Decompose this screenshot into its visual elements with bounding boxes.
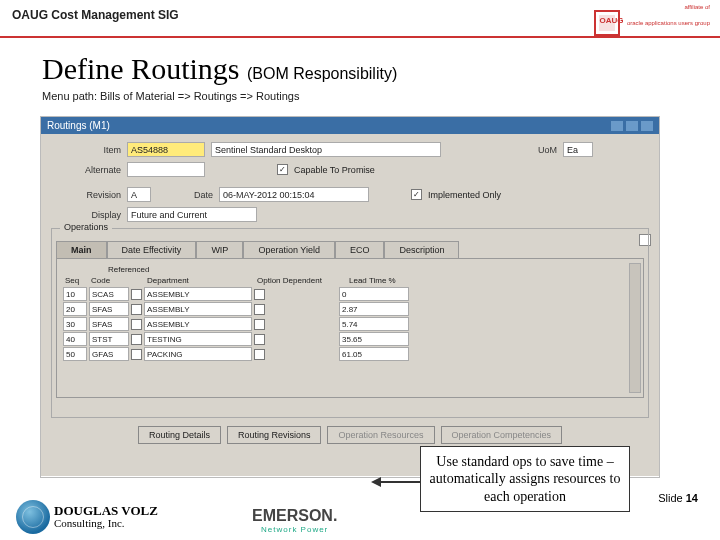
uom-label: UoM bbox=[447, 145, 557, 155]
table-row[interactable]: 10SCASASSEMBLY0 bbox=[63, 287, 637, 301]
emerson-sub: Network Power bbox=[252, 525, 337, 534]
ctp-label: Capable To Promise bbox=[294, 165, 375, 175]
oaug-logo-sub: oracle applications users group bbox=[627, 20, 710, 26]
cell-ref-checkbox[interactable] bbox=[131, 319, 142, 330]
impl-label: Implemented Only bbox=[428, 190, 501, 200]
slide-number: Slide 14 bbox=[658, 492, 698, 504]
maximize-icon[interactable] bbox=[626, 121, 638, 131]
op-competencies-button[interactable]: Operation Competencies bbox=[441, 426, 563, 444]
cell-code[interactable]: GFAS bbox=[89, 347, 129, 361]
tab-desc[interactable]: Description bbox=[384, 241, 459, 258]
callout-box: Use standard ops to save time – automati… bbox=[420, 446, 630, 513]
col-code: Code bbox=[89, 276, 129, 285]
sig-header: OAUG Cost Management SIG bbox=[12, 8, 179, 22]
cell-optdept-checkbox[interactable] bbox=[254, 349, 265, 360]
cell-optdept-checkbox[interactable] bbox=[254, 289, 265, 300]
cell-seq[interactable]: 50 bbox=[63, 347, 87, 361]
date-field[interactable]: 06-MAY-2012 00:15:04 bbox=[219, 187, 369, 202]
operations-section: Operations Main Date Effectivity WIP Ope… bbox=[51, 228, 649, 418]
cell-lead[interactable]: 35.65 bbox=[339, 332, 409, 346]
cell-lead[interactable]: 0 bbox=[339, 287, 409, 301]
grid-rows: 10SCASASSEMBLY020SFASASSEMBLY2.8730SFASA… bbox=[63, 287, 637, 361]
header-rule bbox=[0, 36, 720, 38]
cell-code[interactable]: SFAS bbox=[89, 302, 129, 316]
title-sub: (BOM Responsibility) bbox=[247, 65, 397, 82]
col-seq: Seq bbox=[63, 276, 87, 285]
window-title: Routings (M1) bbox=[47, 120, 110, 131]
cell-seq[interactable]: 20 bbox=[63, 302, 87, 316]
cell-seq[interactable]: 40 bbox=[63, 332, 87, 346]
alternate-field[interactable] bbox=[127, 162, 205, 177]
emerson-logo: EMERSON. Network Power bbox=[252, 507, 337, 534]
grid-scrollbar[interactable] bbox=[629, 263, 641, 393]
table-row[interactable]: 20SFASASSEMBLY2.87 bbox=[63, 302, 637, 316]
cell-optdept-checkbox[interactable] bbox=[254, 319, 265, 330]
item-desc-field[interactable]: Sentinel Standard Desktop bbox=[211, 142, 441, 157]
cell-dept[interactable]: ASSEMBLY bbox=[144, 317, 252, 331]
oaug-logo: affiliate of OAUG oracle applications us… bbox=[594, 4, 710, 36]
item-field[interactable]: AS54888 bbox=[127, 142, 205, 157]
window-titlebar[interactable]: Routings (M1) bbox=[41, 117, 659, 134]
uom-field[interactable]: Ea bbox=[563, 142, 593, 157]
op-resources-button[interactable]: Operation Resources bbox=[327, 426, 434, 444]
slide-title: Define Routings (BOM Responsibility) bbox=[42, 52, 397, 86]
item-label: Item bbox=[51, 145, 121, 155]
form-body: Item AS54888 Sentinel Standard Desktop U… bbox=[41, 134, 659, 476]
date-label: Date bbox=[157, 190, 213, 200]
cell-seq[interactable]: 10 bbox=[63, 287, 87, 301]
operations-legend: Operations bbox=[60, 222, 112, 232]
minimize-icon[interactable] bbox=[611, 121, 623, 131]
table-row[interactable]: 40STSTTESTING35.65 bbox=[63, 332, 637, 346]
close-icon[interactable] bbox=[641, 121, 653, 131]
revision-label: Revision bbox=[51, 190, 121, 200]
tab-eco[interactable]: ECO bbox=[335, 241, 385, 258]
ctp-checkbox[interactable]: ✓ bbox=[277, 164, 288, 175]
cell-dept[interactable]: PACKING bbox=[144, 347, 252, 361]
cell-lead[interactable]: 2.87 bbox=[339, 302, 409, 316]
title-main: Define Routings bbox=[42, 52, 239, 85]
cell-ref-checkbox[interactable] bbox=[131, 304, 142, 315]
display-label: Display bbox=[51, 210, 121, 220]
routing-details-button[interactable]: Routing Details bbox=[138, 426, 221, 444]
tab-main[interactable]: Main bbox=[56, 241, 107, 258]
cell-code[interactable]: SFAS bbox=[89, 317, 129, 331]
tab-wip[interactable]: WIP bbox=[196, 241, 243, 258]
grid-header: Seq Code Department Option Dependent Lea… bbox=[63, 276, 637, 285]
cell-optdept-checkbox[interactable] bbox=[254, 334, 265, 345]
impl-checkbox[interactable]: ✓ bbox=[411, 189, 422, 200]
globe-icon bbox=[16, 500, 50, 534]
cell-code[interactable]: STST bbox=[89, 332, 129, 346]
alternate-label: Alternate bbox=[51, 165, 121, 175]
tab-op-yield[interactable]: Operation Yield bbox=[243, 241, 335, 258]
cell-lead[interactable]: 61.05 bbox=[339, 347, 409, 361]
dvc-line2: Consulting, Inc. bbox=[54, 518, 158, 530]
cell-ref-checkbox[interactable] bbox=[131, 289, 142, 300]
slide-label: Slide bbox=[658, 492, 686, 504]
menu-path: Menu path: Bills of Material => Routings… bbox=[42, 90, 299, 102]
cell-dept[interactable]: TESTING bbox=[144, 332, 252, 346]
col-dept: Department bbox=[145, 276, 253, 285]
routings-window: Routings (M1) Item AS54888 Sentinel Stan… bbox=[40, 116, 660, 478]
table-row[interactable]: 50GFASPACKING61.05 bbox=[63, 347, 637, 361]
referenced-label: Referenced bbox=[108, 265, 637, 274]
cell-lead[interactable]: 5.74 bbox=[339, 317, 409, 331]
cell-code[interactable]: SCAS bbox=[89, 287, 129, 301]
tab-date-eff[interactable]: Date Effectivity bbox=[107, 241, 197, 258]
col-lead: Lead Time % bbox=[347, 276, 417, 285]
cell-dept[interactable]: ASSEMBLY bbox=[144, 302, 252, 316]
col-optdept: Option Dependent bbox=[255, 276, 345, 285]
cell-optdept-checkbox[interactable] bbox=[254, 304, 265, 315]
cell-seq[interactable]: 30 bbox=[63, 317, 87, 331]
display-field[interactable]: Future and Current bbox=[127, 207, 257, 222]
tab-row: Main Date Effectivity WIP Operation Yiel… bbox=[56, 241, 644, 258]
cell-ref-checkbox[interactable] bbox=[131, 334, 142, 345]
cell-dept[interactable]: ASSEMBLY bbox=[144, 287, 252, 301]
revision-field[interactable]: A bbox=[127, 187, 151, 202]
dvc-text: DOUGLAS VOLZ Consulting, Inc. bbox=[54, 504, 158, 529]
table-row[interactable]: 30SFASASSEMBLY5.74 bbox=[63, 317, 637, 331]
routing-revisions-button[interactable]: Routing Revisions bbox=[227, 426, 322, 444]
oaug-logo-icon: OAUG bbox=[594, 10, 620, 36]
button-row: Routing Details Routing Revisions Operat… bbox=[51, 426, 649, 444]
cell-ref-checkbox[interactable] bbox=[131, 349, 142, 360]
dvc-logo: DOUGLAS VOLZ Consulting, Inc. bbox=[16, 500, 158, 534]
